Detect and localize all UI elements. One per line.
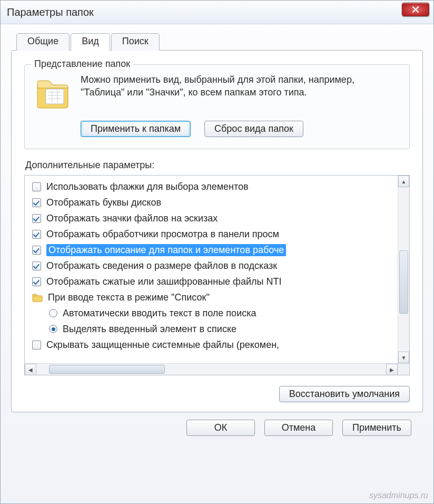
- tree-item[interactable]: Отображать обработчики просмотра в панел…: [30, 226, 396, 242]
- tree-item[interactable]: Отображать значки файлов на эскизах: [30, 210, 396, 226]
- radio-icon[interactable]: [49, 325, 57, 333]
- vertical-scrollbar[interactable]: ▲ ▼: [398, 176, 409, 363]
- tree-item[interactable]: Выделять введенный элемент в списке: [30, 321, 396, 337]
- horizontal-scrollbar[interactable]: ◀ ▶: [25, 363, 398, 375]
- tree-viewport: Использовать флажки для выбора элементов…: [25, 176, 398, 363]
- tree-item[interactable]: Отображать описание для папок и элементо…: [30, 242, 396, 258]
- ok-button[interactable]: ОК: [186, 420, 255, 436]
- folder-icon: [34, 74, 71, 111]
- vertical-scroll-track[interactable]: [398, 187, 409, 352]
- apply-button[interactable]: Применить: [342, 420, 411, 436]
- tree-item-label: Скрывать защищенные системные файлы (рек…: [46, 340, 279, 351]
- tree-item-label: Отображать обработчики просмотра в панел…: [46, 229, 279, 240]
- advanced-settings-tree: Использовать флажки для выбора элементов…: [24, 175, 410, 375]
- vertical-scroll-thumb[interactable]: [399, 250, 408, 314]
- scroll-right-button[interactable]: ▶: [386, 364, 398, 375]
- tree-item-label: Использовать флажки для выбора элементов: [46, 181, 249, 192]
- folder-options-dialog: Параметры папок Общие Вид Поиск Представ…: [0, 0, 434, 504]
- scroll-corner: [398, 363, 409, 375]
- close-icon: [412, 6, 419, 13]
- tree-item-label: Автоматически вводить текст в поле поиск…: [63, 308, 256, 319]
- checkbox-icon[interactable]: [32, 261, 41, 270]
- tree-item[interactable]: Использовать флажки для выбора элементов: [30, 179, 396, 195]
- svg-rect-0: [46, 89, 64, 104]
- tree-item-label: Отображать сведения о размере файлов в п…: [46, 260, 277, 272]
- reset-folders-button[interactable]: Сброс вида папок: [204, 121, 303, 137]
- checkbox-icon[interactable]: [32, 198, 41, 207]
- window-title: Параметры папок: [7, 6, 94, 18]
- close-button[interactable]: [402, 3, 429, 16]
- dialog-content: Общие Вид Поиск Представление папок: [1, 24, 433, 443]
- checkbox-icon[interactable]: [32, 182, 41, 191]
- dialog-button-row: ОК Отмена Применить: [11, 412, 423, 436]
- tab-general[interactable]: Общие: [16, 33, 70, 51]
- tree-item[interactable]: При вводе текста в режиме "Список": [30, 289, 396, 305]
- watermark: sysadminups.ru: [369, 491, 428, 500]
- tab-search[interactable]: Поиск: [111, 33, 160, 51]
- radio-icon[interactable]: [49, 309, 57, 317]
- tree-item[interactable]: Отображать сведения о размере файлов в п…: [30, 258, 396, 274]
- tree-item[interactable]: Автоматически вводить текст в поле поиск…: [30, 305, 396, 321]
- titlebar: Параметры папок: [1, 1, 433, 24]
- checkbox-icon[interactable]: [32, 214, 41, 223]
- folder-views-text: Можно применить вид, выбранный для этой …: [81, 73, 400, 111]
- checkbox-icon[interactable]: [32, 341, 41, 350]
- tree-item-label: При вводе текста в режиме "Список": [48, 292, 210, 303]
- tree-item[interactable]: Скрывать защищенные системные файлы (рек…: [30, 337, 396, 353]
- scroll-left-button[interactable]: ◀: [25, 364, 36, 375]
- checkbox-icon[interactable]: [32, 246, 41, 255]
- apply-to-folders-button[interactable]: Применить к папкам: [81, 121, 191, 137]
- tab-view[interactable]: Вид: [71, 33, 110, 51]
- horizontal-scroll-thumb[interactable]: [49, 365, 165, 374]
- tree-item[interactable]: Отображать буквы дисков: [30, 195, 396, 210]
- scroll-up-button[interactable]: ▲: [398, 176, 409, 187]
- folder-icon: [32, 293, 43, 302]
- tree-item-label: Отображать значки файлов на эскизах: [46, 213, 218, 224]
- tree-item-label: Отображать описание для папок и элементо…: [46, 244, 286, 256]
- tree-item-label: Выделять введенный элемент в списке: [63, 324, 236, 335]
- tree-item-label: Отображать буквы дисков: [46, 197, 161, 208]
- tab-strip: Общие Вид Поиск: [16, 33, 423, 50]
- cancel-button[interactable]: Отмена: [264, 420, 333, 436]
- tree-item[interactable]: Отображать сжатые или зашифрованные файл…: [30, 274, 396, 289]
- tab-panel-view: Представление папок Можно применить вид,…: [11, 50, 423, 412]
- checkbox-icon[interactable]: [32, 277, 41, 286]
- restore-defaults-button[interactable]: Восстановить умолчания: [279, 386, 410, 402]
- folder-views-fieldset: Представление папок Можно применить вид,…: [24, 64, 410, 149]
- tree-item-label: Отображать сжатые или зашифрованные файл…: [46, 276, 281, 287]
- horizontal-scroll-track[interactable]: [36, 364, 386, 375]
- checkbox-icon[interactable]: [32, 230, 41, 239]
- folder-views-legend: Представление папок: [31, 59, 133, 70]
- scroll-down-button[interactable]: ▼: [398, 352, 409, 363]
- advanced-settings-label: Дополнительные параметры:: [25, 160, 410, 171]
